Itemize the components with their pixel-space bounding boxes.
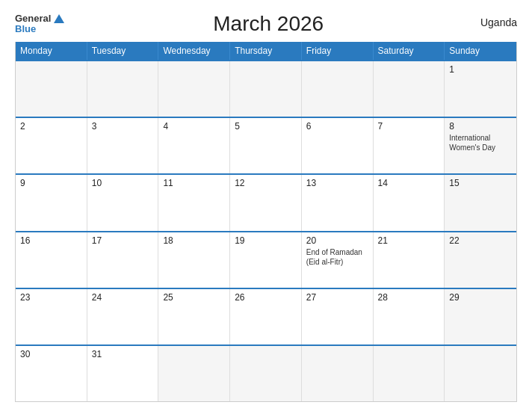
calendar-cell-4-1: 16 [16,232,87,288]
day-number: 30 [20,349,82,359]
col-header-sunday: Sunday [445,42,516,60]
calendar-cell-5-7: 29 [445,289,516,344]
day-number: 11 [163,178,225,188]
calendar-week-3: 9101112131415 [16,173,516,230]
calendar-cell-5-5: 27 [302,289,374,344]
calendar-week-2: 2345678International Women's Day [16,117,516,173]
day-number: 17 [92,235,154,246]
calendar-cell-6-1: 30 [16,346,87,401]
day-number: 9 [20,178,82,188]
calendar-cell-2-2: 3 [87,118,159,173]
calendar-cell-3-2: 10 [87,175,159,230]
day-number: 24 [92,292,154,303]
header: General Blue March 2026 Uganda [15,13,517,36]
day-number: 27 [306,292,368,303]
day-number: 6 [306,121,368,132]
calendar-cell-3-4: 12 [230,175,302,230]
calendar-cell-5-3: 25 [158,289,230,344]
col-header-wednesday: Wednesday [158,42,230,60]
day-number: 15 [449,178,512,188]
day-number: 18 [163,235,225,246]
calendar-cell-3-6: 14 [374,175,445,230]
day-number: 7 [378,121,440,132]
col-header-friday: Friday [302,42,374,60]
calendar-cell-3-1: 9 [16,175,87,230]
logo-general-text: General [15,13,51,24]
calendar-title: March 2026 [64,12,472,36]
calendar-cell-1-2 [87,61,159,117]
day-number: 12 [235,178,297,188]
calendar-cell-4-6: 21 [374,232,445,288]
day-number: 31 [92,349,154,359]
day-number: 22 [449,235,512,246]
day-number: 5 [235,121,297,132]
day-number: 20 [306,235,368,246]
col-header-monday: Monday [16,42,87,60]
country-label: Uganda [472,16,517,28]
calendar-cell-6-4 [230,346,302,401]
calendar-week-4: 1617181920End of Ramadan (Eid al-Fitr)21… [16,231,516,288]
day-number: 16 [20,235,82,246]
calendar-cell-4-3: 18 [158,232,230,288]
calendar-cell-1-3 [158,61,230,117]
col-header-saturday: Saturday [374,42,445,60]
calendar: Monday Tuesday Wednesday Thursday Friday… [15,42,517,402]
calendar-cell-2-7: 8International Women's Day [445,118,516,173]
day-number: 21 [378,235,440,246]
calendar-cell-2-1: 2 [16,118,87,173]
col-header-tuesday: Tuesday [87,42,159,60]
calendar-cell-3-5: 13 [302,175,374,230]
calendar-cell-6-7 [445,346,516,401]
calendar-cell-6-3 [158,346,230,401]
calendar-cell-2-4: 5 [230,118,302,173]
calendar-cell-1-6 [374,61,445,117]
day-number: 23 [20,292,82,303]
event-label: End of Ramadan (Eid al-Fitr) [306,247,368,267]
calendar-cell-4-2: 17 [87,232,159,288]
event-label: International Women's Day [449,133,512,152]
calendar-cell-1-5 [302,61,374,117]
calendar-cell-5-1: 23 [16,289,87,344]
calendar-cell-3-7: 15 [445,175,516,230]
calendar-cell-4-4: 19 [230,232,302,288]
calendar-week-6: 3031 [16,344,516,401]
calendar-cell-6-6 [374,346,445,401]
calendar-cell-5-6: 28 [374,289,445,344]
day-number: 10 [92,178,154,188]
calendar-cell-1-1 [16,61,87,117]
calendar-cell-2-6: 7 [374,118,445,173]
calendar-cell-6-5 [302,346,374,401]
day-number: 2 [20,121,82,132]
day-number: 14 [378,178,440,188]
day-number: 13 [306,178,368,188]
logo-triangle-icon [54,14,64,23]
calendar-cell-2-5: 6 [302,118,374,173]
day-number: 26 [235,292,297,303]
day-number: 29 [449,292,512,303]
col-header-thursday: Thursday [230,42,302,60]
day-number: 1 [449,64,512,75]
calendar-cell-2-3: 4 [158,118,230,173]
calendar-cell-4-7: 22 [445,232,516,288]
day-number: 19 [235,235,297,246]
day-number: 25 [163,292,225,303]
calendar-header-row: Monday Tuesday Wednesday Thursday Friday… [16,42,516,60]
calendar-week-1: 1 [16,60,516,117]
day-number: 28 [378,292,440,303]
calendar-cell-5-4: 26 [230,289,302,344]
day-number: 3 [92,121,154,132]
day-number: 8 [449,121,512,132]
calendar-cell-6-2: 31 [87,346,159,401]
calendar-cell-4-5: 20End of Ramadan (Eid al-Fitr) [302,232,374,288]
day-number: 4 [163,121,225,132]
calendar-cell-1-4 [230,61,302,117]
page: General Blue March 2026 Uganda Monday Tu… [0,0,532,411]
calendar-week-5: 23242526272829 [16,288,516,344]
calendar-cell-5-2: 24 [87,289,159,344]
logo: General Blue [15,13,64,35]
calendar-cell-1-7: 1 [445,61,516,117]
calendar-cell-3-3: 11 [158,175,230,230]
logo-blue-text: Blue [15,24,64,34]
calendar-body: 12345678International Women's Day9101112… [16,60,516,401]
